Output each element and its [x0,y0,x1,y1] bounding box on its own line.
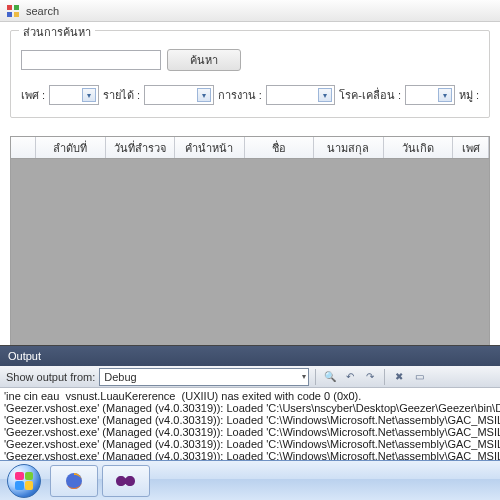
log-line: 'Geezer.vshost.exe' (Managed (v4.0.30319… [4,426,496,438]
next-icon[interactable]: ↷ [362,369,378,385]
search-button[interactable]: ค้นหา [167,49,241,71]
chevron-down-icon: ▾ [318,88,332,102]
col-birthdate[interactable]: วันเกิด [384,137,454,158]
label-sex: เพศ : [21,86,45,104]
taskbar-app-visualstudio[interactable] [102,465,150,497]
combo-income[interactable]: ▾ [144,85,214,105]
chevron-down-icon: ▾ [82,88,96,102]
wrap-icon[interactable]: ▭ [411,369,427,385]
combo-work[interactable]: ▾ [266,85,336,105]
svg-rect-2 [7,12,12,17]
log-line: 'ine cin eau vsnust.LuauKererence (UXIIU… [4,390,496,402]
col-prefix[interactable]: คำนำหน้า [175,137,245,158]
output-pane: Output Show output from: Debug ▾ 🔍 ↶ ↷ ✖… [0,345,500,460]
search-groupbox: ส่วนการค้นหา ค้นหา เพศ : ▾ รายได้ : ▾ กา… [10,30,490,118]
label-income: รายได้ : [103,86,140,104]
windows-logo-icon [7,464,41,498]
groupbox-legend: ส่วนการค้นหา [19,23,95,41]
chevron-down-icon: ▾ [302,372,306,381]
separator [315,369,316,385]
log-line: 'Geezer.vshost.exe' (Managed (v4.0.30319… [4,414,496,426]
taskbar[interactable] [0,460,500,500]
combo-movement[interactable]: ▾ [405,85,455,105]
grid-header: ลำดับที่ วันที่สำรวจ คำนำหน้า ชื่อ นามสก… [11,137,489,159]
label-moo: หมู่ : [459,86,479,104]
firefox-icon [64,471,84,491]
prev-icon[interactable]: ↶ [342,369,358,385]
visual-studio-icon [115,472,137,490]
col-lastname[interactable]: นามสกุล [314,137,384,158]
output-title[interactable]: Output [0,346,500,366]
log-line: 'Geezer.vshost.exe' (Managed (v4.0.30319… [4,438,496,450]
col-sex[interactable]: เพศ [453,137,489,158]
output-log[interactable]: 'ine cin eau vsnust.LuauKererence (UXIIU… [0,388,500,464]
combo-sex[interactable]: ▾ [49,85,99,105]
output-from-label: Show output from: [6,371,95,383]
search-input[interactable] [21,50,161,70]
separator [384,369,385,385]
app-window: search ส่วนการค้นหา ค้นหา เพศ : ▾ รายได้… [0,0,500,376]
data-grid[interactable]: ลำดับที่ วันที่สำรวจ คำนำหน้า ชื่อ นามสก… [10,136,490,376]
app-icon [6,4,20,18]
col-surveydate[interactable]: วันที่สำรวจ [106,137,176,158]
svg-rect-0 [7,5,12,10]
col-seq[interactable]: ลำดับที่ [36,137,106,158]
start-button[interactable] [0,461,48,501]
grid-corner[interactable] [11,137,36,158]
chevron-down-icon: ▾ [438,88,452,102]
clear-icon[interactable]: ✖ [391,369,407,385]
chevron-down-icon: ▾ [197,88,211,102]
svg-rect-3 [14,12,19,17]
find-icon[interactable]: 🔍 [322,369,338,385]
output-source-combo[interactable]: Debug ▾ [99,368,309,386]
label-movement: โรค-เคลื่อน : [339,86,401,104]
output-toolbar: Show output from: Debug ▾ 🔍 ↶ ↷ ✖ ▭ [0,366,500,388]
svg-rect-1 [14,5,19,10]
label-work: การงาน : [218,86,262,104]
window-title: search [26,5,59,17]
taskbar-app-firefox[interactable] [50,465,98,497]
col-firstname[interactable]: ชื่อ [245,137,315,158]
output-source-value: Debug [104,371,136,383]
log-line: 'Geezer.vshost.exe' (Managed (v4.0.30319… [4,402,496,414]
titlebar[interactable]: search [0,0,500,22]
